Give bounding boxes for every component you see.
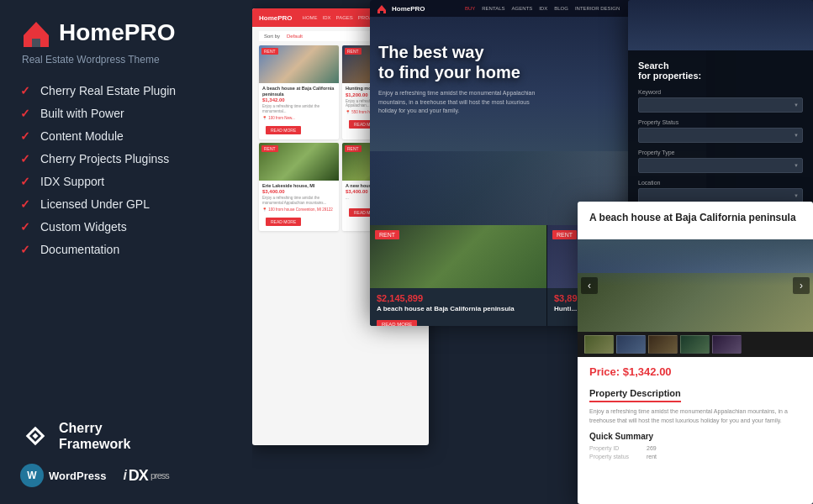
field-label: Property Status — [638, 119, 803, 125]
checkmark-icon: ✓ — [20, 107, 30, 120]
list-item: ✓ Custom Widgets — [20, 220, 232, 234]
detail-meta: Property ID 269 Property status rent — [589, 445, 801, 459]
checkmark-icon: ✓ — [20, 243, 30, 256]
list-item: ✓ Documentation — [20, 243, 232, 256]
detail-main-image: ‹ › — [578, 239, 813, 332]
prop-card-image: RENT — [259, 143, 339, 181]
hero-text-content: The best way to find your home Enjoy a r… — [378, 42, 546, 116]
meta-row-status: Property status rent — [589, 454, 801, 459]
search-field-type: Property Type — [638, 150, 803, 173]
list-item: ✓ Built with Power — [20, 107, 232, 120]
prop-price: $3,400.00 — [262, 189, 335, 194]
property-id-value: 269 — [647, 445, 657, 451]
thumbnail-1[interactable] — [584, 335, 614, 354]
prop-wide-price: $2,145,899 — [377, 293, 540, 303]
type-dropdown[interactable] — [638, 158, 803, 173]
listing-logo: HomePRO — [259, 14, 293, 22]
prop-wide-image: RENT — [370, 225, 546, 288]
checkmark-icon: ✓ — [20, 84, 30, 97]
prop-card: RENT A beach house at Baja California pe… — [259, 45, 339, 139]
svg-marker-5 — [377, 5, 386, 13]
prop-desc: Enjoy a refreshing time amidst the monum… — [262, 196, 335, 206]
checkmark-icon: ✓ — [20, 175, 30, 188]
hero-logo-text: HomePRO — [392, 5, 425, 13]
search-field-keyword: Keyword — [638, 89, 803, 113]
read-more-btn[interactable]: READ MORE — [377, 320, 417, 326]
prop-title: A beach house at Baja California peninsu… — [262, 86, 335, 97]
detail-property-title: A beach house at Baja California peninsu… — [589, 212, 801, 225]
prop-wide-card: RENT $2,145,899 A beach house at Baja Ca… — [370, 225, 546, 326]
prop-desc: Enjoy a refreshing time amidst the monum… — [262, 104, 335, 114]
wp-circle-icon: W — [20, 464, 44, 487]
read-more-btn[interactable]: READ MORE — [266, 218, 301, 226]
cherry-framework-logo: Cherry Framework — [20, 420, 232, 452]
logo-pro: PRO — [124, 19, 176, 45]
wordpress-logo: W WordPress — [20, 464, 106, 487]
checkmark-icon: ✓ — [20, 197, 30, 211]
search-top-bg — [628, 0, 813, 50]
prop-badge: RENT — [345, 48, 362, 55]
prop-card-info: Erie Lakeside house, MI $3,400.00 Enjoy … — [259, 181, 339, 231]
logo-area: HomePRO — [20, 17, 232, 49]
cherry-diamond-icon — [20, 421, 50, 451]
property-status-label: Property status — [589, 454, 640, 459]
prop-badge: RENT — [261, 48, 278, 55]
checkmark-icon: ✓ — [20, 152, 30, 165]
prop-badge: RENT — [375, 230, 399, 239]
prop-wide-info: $2,145,899 A beach house at Baja Califor… — [370, 288, 546, 326]
list-item: ✓ Cherry Real Estate Plugin — [20, 84, 232, 97]
svg-rect-1 — [32, 39, 40, 47]
detail-body: Price: $1,342.00 Property Description En… — [578, 357, 813, 470]
right-panel: HomePRO HOME IDX PAGES PROJECTS BLOG PRO… — [252, 0, 813, 504]
bottom-row-logos: W WordPress i DX press — [20, 464, 232, 487]
thumbnail-3[interactable] — [648, 335, 678, 354]
property-id-label: Property ID — [589, 445, 640, 451]
list-item: ✓ Licensed Under GPL — [20, 197, 232, 211]
prop-price: $1,342.00 — [262, 97, 335, 102]
prop-card-info: A beach house at Baja California peninsu… — [259, 83, 339, 139]
detail-description: Enjoy a refreshing time amidst the monum… — [589, 407, 801, 425]
hero-logo-icon — [377, 3, 387, 13]
thumbnail-5[interactable] — [712, 335, 742, 354]
thumbnail-4[interactable] — [680, 335, 710, 354]
screenshot-detail: A beach house at Baja California peninsu… — [578, 202, 813, 504]
field-label: Keyword — [638, 89, 803, 95]
prop-card: RENT Erie Lakeside house, MI $3,400.00 E… — [259, 143, 339, 231]
hero-title: The best way to find your home — [378, 42, 546, 82]
thumbnail-2[interactable] — [616, 335, 646, 354]
list-item: ✓ Cherry Projects Pluginss — [20, 152, 232, 165]
detail-thumbnails — [578, 332, 813, 357]
bottom-logos: Cherry Framework W WordPress i DX press — [20, 420, 232, 487]
prop-badge: RENT — [261, 145, 278, 152]
logo-text: HomePRO — [59, 19, 175, 46]
field-label: Location — [638, 180, 803, 186]
detail-price: Price: $1,342.00 — [589, 365, 801, 378]
status-dropdown[interactable] — [638, 128, 803, 143]
list-item: ✓ IDX Support — [20, 175, 232, 188]
meta-row-id: Property ID 269 — [589, 445, 801, 451]
read-more-btn[interactable]: READ MORE — [266, 126, 301, 134]
features-list: ✓ Cherry Real Estate Plugin ✓ Built with… — [20, 84, 232, 265]
idx-logo: i DX press — [123, 467, 168, 485]
field-label: Property Type — [638, 150, 803, 155]
checkmark-icon: ✓ — [20, 220, 30, 234]
prev-image-button[interactable]: ‹ — [581, 277, 598, 294]
detail-quick-summary-title: Quick Summary — [589, 432, 801, 441]
keyword-input[interactable] — [638, 97, 803, 113]
hero-navigation: BUY RENTALS AGENTS IDX BLOG INTERIOR DES… — [465, 6, 620, 11]
prop-card-image: RENT — [259, 45, 339, 83]
prop-badge: RENT — [345, 145, 362, 152]
search-field-status: Property Status — [638, 119, 803, 143]
detail-description-title: Property Description — [589, 388, 681, 402]
hero-subtitle: Enjoy a refreshing time amidst the monum… — [378, 89, 546, 116]
home-logo-icon — [20, 17, 52, 49]
checkmark-icon: ✓ — [20, 129, 30, 143]
prop-loc: 📍 100 from house Convention, MI 29122 — [262, 207, 335, 212]
prop-badge: RENT — [552, 230, 577, 239]
prop-wide-name: A beach house at Baja California peninsu… — [377, 305, 540, 312]
search-field-location: Location — [638, 180, 803, 203]
prop-title: Erie Lakeside house, MI — [262, 183, 335, 189]
logo-home: Home — [59, 19, 124, 45]
next-image-button[interactable]: › — [793, 277, 810, 294]
detail-header: A beach house at Baja California peninsu… — [578, 202, 813, 239]
